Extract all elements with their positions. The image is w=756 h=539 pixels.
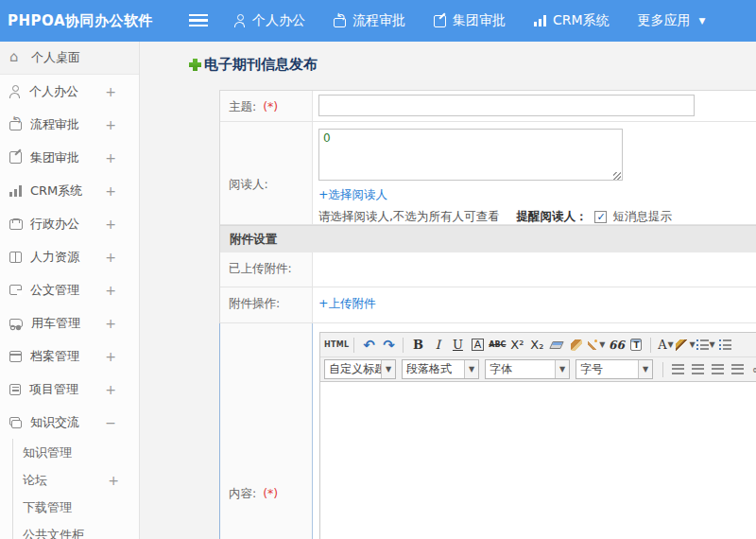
caret-down-icon: ▼ bbox=[464, 360, 478, 378]
sidebar-subitem-label: 知识管理 bbox=[23, 444, 72, 461]
align-justify-icon bbox=[731, 364, 744, 374]
redo-button[interactable]: ↷ bbox=[379, 336, 398, 355]
sidebar-item-personal-desktop[interactable]: 个人桌面 bbox=[0, 42, 139, 75]
required-mark: (*) bbox=[263, 486, 278, 500]
undo-button[interactable]: ↶ bbox=[359, 336, 378, 355]
unordered-list-button[interactable] bbox=[716, 336, 735, 355]
ordered-list-button[interactable]: ▼ bbox=[696, 336, 715, 355]
sidebar-item-label: 项目管理 bbox=[29, 381, 78, 398]
sidebar-item-human-resources[interactable]: 人力资源 + bbox=[0, 240, 139, 273]
font-family-select[interactable]: 字体 ▼ bbox=[485, 359, 570, 379]
nav-crm-system[interactable]: CRM系统 bbox=[534, 12, 610, 29]
sidebar-item-admin-office[interactable]: 行政办公 + bbox=[0, 207, 139, 240]
expand-plus-icon[interactable]: + bbox=[105, 382, 116, 397]
attachment-operation-row: 附件操作: +上传附件 bbox=[220, 287, 756, 323]
highlight-color-button[interactable]: ▼ bbox=[676, 336, 695, 355]
sidebar-item-vehicle-management[interactable]: 用车管理 + bbox=[0, 306, 139, 339]
expand-plus-icon[interactable]: + bbox=[105, 349, 116, 364]
expand-plus-icon[interactable]: + bbox=[108, 473, 119, 488]
font-size-select[interactable]: 字号 ▼ bbox=[576, 359, 653, 379]
sidebar-item-label: 集团审批 bbox=[30, 149, 79, 166]
main-content: 电子期刊信息发布 主题: (*) 阅读人: 0 bbox=[140, 42, 756, 539]
add-plus-icon bbox=[189, 59, 201, 71]
align-left-button[interactable] bbox=[668, 360, 687, 379]
numbered-list-icon bbox=[696, 339, 709, 350]
expand-plus-icon[interactable]: + bbox=[105, 84, 116, 99]
uploaded-attachments-row: 已上传附件: bbox=[220, 252, 756, 287]
readers-textarea[interactable]: 0 bbox=[318, 129, 623, 181]
font-style-button[interactable]: A bbox=[472, 339, 485, 351]
caret-down-icon: ▼ bbox=[555, 360, 569, 378]
link-icon: ∞ bbox=[752, 363, 756, 376]
sidebar-subitem-forum[interactable]: 论坛 + bbox=[13, 466, 139, 494]
align-justify-button[interactable] bbox=[728, 360, 747, 379]
remind-readers-label: 提醒阅读人： bbox=[516, 209, 587, 225]
font-color-button[interactable]: A▼ bbox=[656, 336, 675, 355]
italic-button[interactable]: I bbox=[428, 336, 447, 355]
sms-label: 短消息提示 bbox=[612, 209, 672, 225]
subscript-button[interactable]: X₂ bbox=[527, 336, 546, 355]
sidebar-item-knowledge-exchange[interactable]: 知识交流 − bbox=[0, 406, 139, 439]
sidebar-item-group-approval[interactable]: 集团审批 + bbox=[0, 141, 139, 174]
sidebar-item-crm-system[interactable]: CRM系统 + bbox=[0, 174, 139, 207]
sidebar-item-workflow-approval[interactable]: 流程审批 + bbox=[0, 108, 139, 141]
sms-checkbox[interactable]: ✓ bbox=[594, 211, 607, 223]
quick-format-button[interactable]: ▼ bbox=[587, 336, 606, 355]
align-center-button[interactable] bbox=[688, 360, 707, 379]
highlighter-icon bbox=[676, 339, 688, 351]
insert-link-button[interactable]: ∞ bbox=[747, 360, 756, 379]
nav-label: 集团审批 bbox=[453, 12, 506, 29]
brush-icon bbox=[571, 339, 582, 351]
paragraph-format-select[interactable]: 段落格式 ▼ bbox=[402, 359, 479, 379]
edit-icon bbox=[434, 15, 446, 27]
toolbar-separator bbox=[662, 362, 663, 377]
expand-plus-icon[interactable]: + bbox=[105, 183, 116, 199]
sidebar-subitem-knowledge-management[interactable]: 知识管理 bbox=[13, 439, 139, 466]
hamburger-menu-icon[interactable] bbox=[189, 14, 208, 27]
sidebar-item-document-management[interactable]: 公文管理 + bbox=[0, 273, 139, 306]
nav-group-approval[interactable]: 集团审批 bbox=[434, 12, 506, 29]
select-readers-link[interactable]: +选择阅读人 bbox=[318, 187, 387, 203]
sidebar-subitem-download-management[interactable]: 下载管理 bbox=[13, 494, 139, 521]
paste-plain-text-button[interactable]: T bbox=[627, 336, 645, 355]
format-painter-button[interactable] bbox=[567, 336, 586, 355]
align-right-button[interactable] bbox=[708, 360, 727, 379]
expand-plus-icon[interactable]: + bbox=[105, 316, 116, 331]
expand-plus-icon[interactable]: + bbox=[105, 217, 116, 232]
upload-attachment-link[interactable]: +上传附件 bbox=[318, 296, 375, 312]
sidebar-subitem-label: 下载管理 bbox=[23, 499, 72, 516]
nav-more-apps[interactable]: 更多应用 ▼ bbox=[638, 12, 706, 29]
uploaded-attachments-value bbox=[313, 252, 756, 287]
expand-plus-icon[interactable]: + bbox=[105, 150, 116, 165]
expand-plus-icon[interactable]: + bbox=[105, 250, 116, 265]
expand-plus-icon[interactable]: + bbox=[105, 117, 116, 132]
blockquote-button[interactable]: 66 bbox=[607, 336, 626, 355]
sidebar-subitem-public-file-cabinet[interactable]: 公共文件柜 bbox=[13, 521, 139, 539]
remove-format-button[interactable] bbox=[547, 336, 566, 355]
custom-heading-select[interactable]: 自定义标题 ▼ bbox=[324, 359, 396, 379]
sidebar-item-project-management[interactable]: 项目管理 + bbox=[0, 373, 139, 406]
collapse-minus-icon[interactable]: − bbox=[105, 415, 116, 430]
nav-personal-office[interactable]: 个人办公 bbox=[234, 12, 305, 29]
sidebar-item-label: 档案管理 bbox=[30, 348, 79, 365]
strikethrough-button[interactable]: ABC bbox=[488, 336, 507, 355]
html-source-button[interactable]: HTML bbox=[324, 336, 349, 355]
subject-label: 主题: (*) bbox=[220, 91, 313, 121]
sidebar-item-archive-management[interactable]: 档案管理 + bbox=[0, 339, 139, 373]
underline-button[interactable]: U bbox=[448, 336, 467, 355]
bold-button[interactable]: B bbox=[408, 336, 427, 355]
caret-down-icon: ▼ bbox=[689, 340, 695, 349]
nav-workflow-approval[interactable]: 流程审批 bbox=[334, 12, 405, 29]
superscript-button[interactable]: X² bbox=[507, 336, 526, 355]
caret-down-icon: ▼ bbox=[638, 360, 652, 378]
expand-plus-icon[interactable]: + bbox=[105, 283, 116, 298]
readers-hint-text: 请选择阅读人,不选为所有人可查看 bbox=[318, 209, 499, 225]
sidebar-item-personal-office[interactable]: 个人办公 + bbox=[0, 75, 139, 108]
resize-handle[interactable] bbox=[613, 172, 621, 180]
subject-input[interactable] bbox=[318, 95, 695, 116]
attachment-section-header: 附件设置 bbox=[220, 225, 756, 252]
paste-text-icon: T bbox=[630, 339, 642, 351]
required-mark: (*) bbox=[263, 99, 278, 113]
editor-content-area[interactable] bbox=[320, 382, 756, 539]
toolbar-separator bbox=[353, 338, 354, 353]
